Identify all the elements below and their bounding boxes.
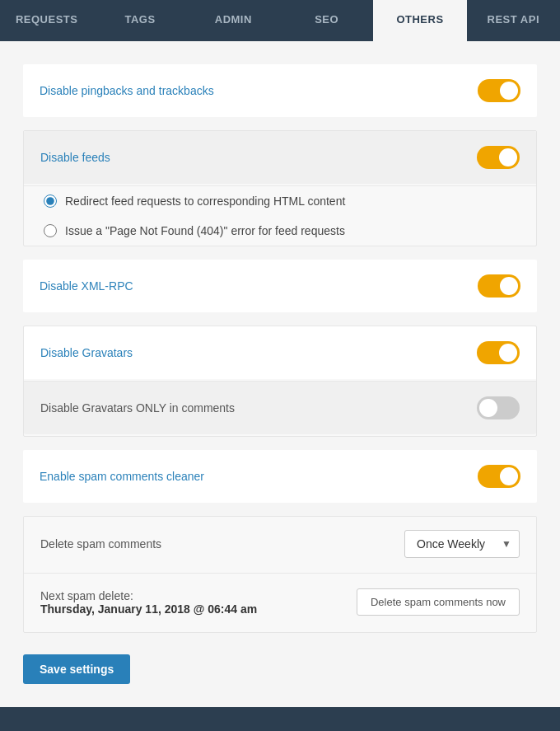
tab-navigation: REQUESTS TAGS ADMIN SEO OTHERS REST API: [0, 0, 560, 41]
save-settings-button[interactable]: Save settings: [23, 654, 130, 684]
tab-admin[interactable]: ADMIN: [187, 0, 280, 41]
next-spam-info: Next spam delete: Thursday, January 11, …: [40, 589, 257, 616]
feed-404-radio[interactable]: [44, 224, 57, 237]
disable-feeds-row: Disable feeds: [24, 131, 536, 184]
toggle-slider-gravatars: [477, 341, 520, 364]
disable-gravatars-toggle[interactable]: [477, 341, 520, 364]
disable-gravatars-row: Disable Gravatars: [24, 326, 536, 379]
tab-seo[interactable]: SEO: [280, 0, 373, 41]
disable-gravatars-comments-row: Disable Gravatars ONLY in comments: [24, 382, 536, 434]
disable-xmlrpc-toggle[interactable]: [478, 274, 520, 298]
enable-spam-cleaner-toggle[interactable]: [478, 465, 520, 488]
disable-gravatars-label: Disable Gravatars: [40, 346, 133, 359]
disable-pingbacks-label: Disable pingbacks and trackbacks: [40, 84, 214, 97]
feed-redirect-radio[interactable]: [44, 194, 57, 208]
toggle-slider-feeds: [477, 146, 520, 169]
page-container: REQUESTS TAGS ADMIN SEO OTHERS REST API …: [0, 0, 560, 707]
feed-redirect-label[interactable]: Redirect feed requests to corresponding …: [65, 194, 345, 208]
feed-redirect-option: Redirect feed requests to corresponding …: [24, 186, 536, 216]
disable-gravatars-comments-toggle[interactable]: [477, 396, 520, 419]
enable-spam-cleaner-row: Enable spam comments cleaner: [23, 450, 537, 503]
toggle-slider: [478, 79, 520, 102]
disable-xmlrpc-label: Disable XML-RPC: [40, 279, 133, 293]
toggle-slider-spam: [478, 465, 520, 488]
settings-content: Disable pingbacks and trackbacks Disable…: [0, 41, 560, 707]
enable-spam-cleaner-label: Enable spam comments cleaner: [40, 470, 204, 483]
next-spam-label: Next spam delete:: [40, 589, 257, 602]
delete-spam-row: Delete spam comments Once Weekly Once Da…: [24, 517, 536, 571]
gravatars-block: Disable Gravatars Disable Gravatars ONLY…: [23, 326, 537, 437]
delete-spam-now-button[interactable]: Delete spam comments now: [357, 588, 520, 616]
feed-404-option: Issue a "Page Not Found (404)" error for…: [24, 216, 536, 246]
disable-gravatars-comments-label: Disable Gravatars ONLY in comments: [40, 401, 235, 415]
feed-404-label[interactable]: Issue a "Page Not Found (404)" error for…: [65, 224, 345, 237]
tab-tags[interactable]: TAGS: [93, 0, 186, 41]
spam-settings-block: Delete spam comments Once Weekly Once Da…: [23, 516, 537, 633]
disable-pingbacks-toggle[interactable]: [478, 79, 520, 102]
frequency-select[interactable]: Once Weekly Once Daily Twice Daily Once …: [404, 530, 520, 558]
disable-pingbacks-row: Disable pingbacks and trackbacks: [23, 64, 537, 117]
disable-feeds-toggle[interactable]: [477, 146, 520, 169]
next-spam-date: Thursday, January 11, 2018 @ 06:44 am: [40, 602, 257, 616]
tab-others[interactable]: OTHERS: [373, 0, 466, 41]
disable-feeds-label: Disable feeds: [40, 151, 110, 164]
disable-xmlrpc-row: Disable XML-RPC: [23, 260, 537, 312]
disable-feeds-block: Disable feeds Redirect feed requests to …: [23, 130, 537, 246]
tab-rest-api[interactable]: REST API: [467, 0, 560, 41]
frequency-select-wrapper: Once Weekly Once Daily Twice Daily Once …: [404, 530, 520, 558]
toggle-slider-gravatars-comments: [477, 396, 520, 419]
tab-requests[interactable]: REQUESTS: [0, 0, 93, 41]
toggle-slider-xmlrpc: [478, 274, 520, 298]
next-spam-block: Next spam delete: Thursday, January 11, …: [24, 574, 536, 630]
delete-spam-label: Delete spam comments: [40, 537, 161, 551]
save-section: Save settings: [23, 646, 537, 684]
